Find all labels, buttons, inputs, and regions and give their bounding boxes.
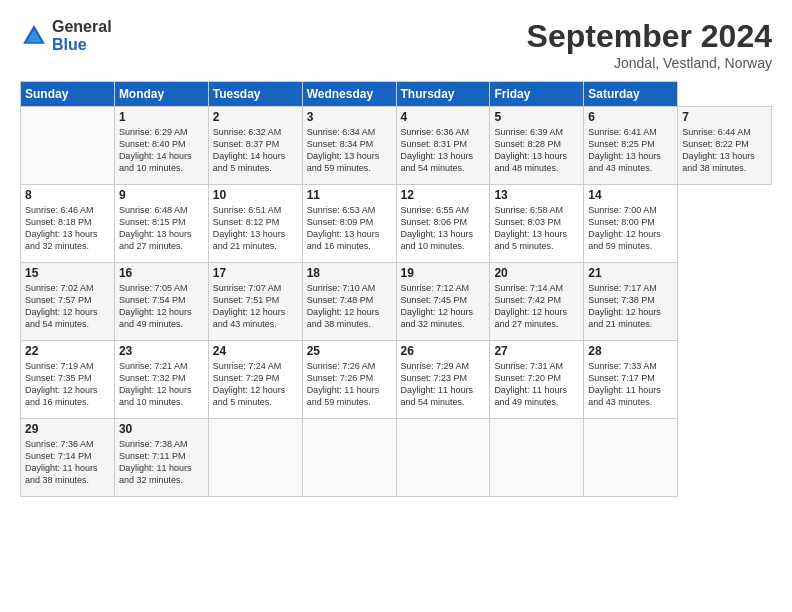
table-row: 19Sunrise: 7:12 AMSunset: 7:45 PMDayligh… — [396, 263, 490, 341]
table-row — [208, 419, 302, 497]
day-content: Sunrise: 6:53 AMSunset: 8:09 PMDaylight:… — [307, 204, 392, 253]
day-number: 19 — [401, 266, 486, 280]
table-row: 26Sunrise: 7:29 AMSunset: 7:23 PMDayligh… — [396, 341, 490, 419]
table-row: 29Sunrise: 7:36 AMSunset: 7:14 PMDayligh… — [21, 419, 115, 497]
day-content: Sunrise: 6:36 AMSunset: 8:31 PMDaylight:… — [401, 126, 486, 175]
day-number: 1 — [119, 110, 204, 124]
day-content: Sunrise: 7:19 AMSunset: 7:35 PMDaylight:… — [25, 360, 110, 409]
table-row: 6Sunrise: 6:41 AMSunset: 8:25 PMDaylight… — [584, 107, 678, 185]
table-row: 7Sunrise: 6:44 AMSunset: 8:22 PMDaylight… — [678, 107, 772, 185]
logo-blue-text: Blue — [52, 36, 112, 54]
day-content: Sunrise: 7:29 AMSunset: 7:23 PMDaylight:… — [401, 360, 486, 409]
day-number: 11 — [307, 188, 392, 202]
table-row: 15Sunrise: 7:02 AMSunset: 7:57 PMDayligh… — [21, 263, 115, 341]
table-row: 5Sunrise: 6:39 AMSunset: 8:28 PMDaylight… — [490, 107, 584, 185]
day-content: Sunrise: 6:46 AMSunset: 8:18 PMDaylight:… — [25, 204, 110, 253]
col-tuesday: Tuesday — [208, 82, 302, 107]
logo: General Blue — [20, 18, 112, 53]
table-row: 24Sunrise: 7:24 AMSunset: 7:29 PMDayligh… — [208, 341, 302, 419]
day-content: Sunrise: 7:00 AMSunset: 8:00 PMDaylight:… — [588, 204, 673, 253]
day-content: Sunrise: 7:31 AMSunset: 7:20 PMDaylight:… — [494, 360, 579, 409]
day-number: 18 — [307, 266, 392, 280]
day-number: 22 — [25, 344, 110, 358]
day-content: Sunrise: 7:17 AMSunset: 7:38 PMDaylight:… — [588, 282, 673, 331]
table-row: 20Sunrise: 7:14 AMSunset: 7:42 PMDayligh… — [490, 263, 584, 341]
day-content: Sunrise: 7:02 AMSunset: 7:57 PMDaylight:… — [25, 282, 110, 331]
day-content: Sunrise: 7:07 AMSunset: 7:51 PMDaylight:… — [213, 282, 298, 331]
table-row — [302, 419, 396, 497]
table-row: 25Sunrise: 7:26 AMSunset: 7:26 PMDayligh… — [302, 341, 396, 419]
day-content: Sunrise: 7:21 AMSunset: 7:32 PMDaylight:… — [119, 360, 204, 409]
calendar-table: Sunday Monday Tuesday Wednesday Thursday… — [20, 81, 772, 497]
page-header: General Blue September 2024 Jondal, Vest… — [20, 18, 772, 71]
day-number: 21 — [588, 266, 673, 280]
table-row: 21Sunrise: 7:17 AMSunset: 7:38 PMDayligh… — [584, 263, 678, 341]
table-row: 1Sunrise: 6:29 AMSunset: 8:40 PMDaylight… — [114, 107, 208, 185]
day-content: Sunrise: 6:34 AMSunset: 8:34 PMDaylight:… — [307, 126, 392, 175]
col-thursday: Thursday — [396, 82, 490, 107]
day-number: 25 — [307, 344, 392, 358]
table-row: 2Sunrise: 6:32 AMSunset: 8:37 PMDaylight… — [208, 107, 302, 185]
day-content: Sunrise: 7:05 AMSunset: 7:54 PMDaylight:… — [119, 282, 204, 331]
day-content: Sunrise: 7:26 AMSunset: 7:26 PMDaylight:… — [307, 360, 392, 409]
table-row: 10Sunrise: 6:51 AMSunset: 8:12 PMDayligh… — [208, 185, 302, 263]
table-row — [396, 419, 490, 497]
day-number: 14 — [588, 188, 673, 202]
day-number: 7 — [682, 110, 767, 124]
day-number: 5 — [494, 110, 579, 124]
table-row: 9Sunrise: 6:48 AMSunset: 8:15 PMDaylight… — [114, 185, 208, 263]
day-number: 23 — [119, 344, 204, 358]
col-sunday: Sunday — [21, 82, 115, 107]
table-row: 16Sunrise: 7:05 AMSunset: 7:54 PMDayligh… — [114, 263, 208, 341]
day-number: 12 — [401, 188, 486, 202]
table-row: 30Sunrise: 7:38 AMSunset: 7:11 PMDayligh… — [114, 419, 208, 497]
day-number: 28 — [588, 344, 673, 358]
table-row: 13Sunrise: 6:58 AMSunset: 8:03 PMDayligh… — [490, 185, 584, 263]
table-row: 27Sunrise: 7:31 AMSunset: 7:20 PMDayligh… — [490, 341, 584, 419]
month-title: September 2024 — [527, 18, 772, 55]
day-content: Sunrise: 7:12 AMSunset: 7:45 PMDaylight:… — [401, 282, 486, 331]
table-row: 17Sunrise: 7:07 AMSunset: 7:51 PMDayligh… — [208, 263, 302, 341]
table-row: 23Sunrise: 7:21 AMSunset: 7:32 PMDayligh… — [114, 341, 208, 419]
logo-general-text: General — [52, 18, 112, 36]
location-text: Jondal, Vestland, Norway — [527, 55, 772, 71]
day-content: Sunrise: 6:41 AMSunset: 8:25 PMDaylight:… — [588, 126, 673, 175]
day-content: Sunrise: 6:29 AMSunset: 8:40 PMDaylight:… — [119, 126, 204, 175]
table-row: 11Sunrise: 6:53 AMSunset: 8:09 PMDayligh… — [302, 185, 396, 263]
day-number: 3 — [307, 110, 392, 124]
day-content: Sunrise: 6:58 AMSunset: 8:03 PMDaylight:… — [494, 204, 579, 253]
day-number: 6 — [588, 110, 673, 124]
day-number: 27 — [494, 344, 579, 358]
logo-icon — [20, 22, 48, 50]
day-number: 10 — [213, 188, 298, 202]
table-row: 3Sunrise: 6:34 AMSunset: 8:34 PMDaylight… — [302, 107, 396, 185]
col-friday: Friday — [490, 82, 584, 107]
table-row: 4Sunrise: 6:36 AMSunset: 8:31 PMDaylight… — [396, 107, 490, 185]
col-saturday: Saturday — [584, 82, 678, 107]
day-content: Sunrise: 7:33 AMSunset: 7:17 PMDaylight:… — [588, 360, 673, 409]
day-content: Sunrise: 6:39 AMSunset: 8:28 PMDaylight:… — [494, 126, 579, 175]
day-content: Sunrise: 7:36 AMSunset: 7:14 PMDaylight:… — [25, 438, 110, 487]
table-row — [490, 419, 584, 497]
day-number: 8 — [25, 188, 110, 202]
table-row — [21, 107, 115, 185]
day-number: 20 — [494, 266, 579, 280]
day-content: Sunrise: 6:48 AMSunset: 8:15 PMDaylight:… — [119, 204, 204, 253]
table-row — [584, 419, 678, 497]
table-row: 8Sunrise: 6:46 AMSunset: 8:18 PMDaylight… — [21, 185, 115, 263]
table-row: 22Sunrise: 7:19 AMSunset: 7:35 PMDayligh… — [21, 341, 115, 419]
day-number: 15 — [25, 266, 110, 280]
day-content: Sunrise: 7:10 AMSunset: 7:48 PMDaylight:… — [307, 282, 392, 331]
table-row: 28Sunrise: 7:33 AMSunset: 7:17 PMDayligh… — [584, 341, 678, 419]
table-row: 14Sunrise: 7:00 AMSunset: 8:00 PMDayligh… — [584, 185, 678, 263]
day-number: 9 — [119, 188, 204, 202]
day-number: 4 — [401, 110, 486, 124]
day-content: Sunrise: 7:38 AMSunset: 7:11 PMDaylight:… — [119, 438, 204, 487]
table-row: 18Sunrise: 7:10 AMSunset: 7:48 PMDayligh… — [302, 263, 396, 341]
day-content: Sunrise: 6:44 AMSunset: 8:22 PMDaylight:… — [682, 126, 767, 175]
day-number: 16 — [119, 266, 204, 280]
day-content: Sunrise: 7:24 AMSunset: 7:29 PMDaylight:… — [213, 360, 298, 409]
col-wednesday: Wednesday — [302, 82, 396, 107]
day-content: Sunrise: 6:51 AMSunset: 8:12 PMDaylight:… — [213, 204, 298, 253]
day-number: 30 — [119, 422, 204, 436]
